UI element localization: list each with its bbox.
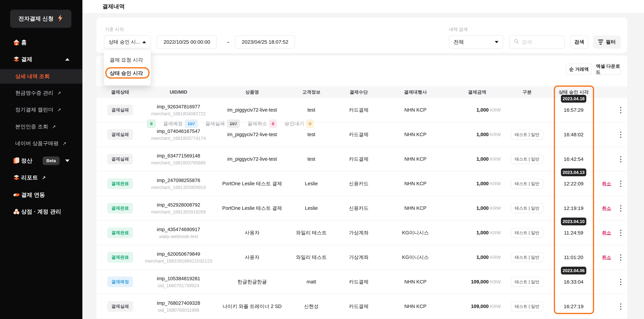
status-badge: 결제완료 xyxy=(107,252,133,263)
sidebar-item-label: 본인인증 조회 ↗ xyxy=(15,123,56,130)
sidebar-item-8[interactable]: 리포트 ↗ xyxy=(0,169,82,186)
product-name: im_piggyciv72-live-test xyxy=(216,107,288,113)
sidebar-item-3[interactable]: 현금영수증 관리 ↗ xyxy=(0,85,82,101)
date-group-pill: 2023.04.18 xyxy=(561,95,586,103)
mid-value: waily-webhook-text xyxy=(140,233,216,240)
link-icon xyxy=(13,191,20,198)
table-row[interactable]: 결제실패imp_634771569148merchant_16818037656… xyxy=(96,147,627,172)
approved-time: 11:01:20 xyxy=(548,254,599,260)
table-row[interactable]: 결제완료imp_435474690917waily-webhook-text사용… xyxy=(96,221,627,245)
date-to-input[interactable]: 2023/04/25 18:07:52 xyxy=(235,35,295,49)
table-row[interactable]: 결제완료imp_452928008792merchant_16813559182… xyxy=(96,196,627,221)
search-placeholder: 검색 xyxy=(522,39,532,46)
mid-value: merchant_1681803765685 xyxy=(140,160,216,166)
search-input[interactable]: 검색 xyxy=(509,35,565,49)
date-group-pill: 2023.04.06 xyxy=(561,267,586,274)
apply-epay-button[interactable]: 전자결제 신청 xyxy=(10,10,72,28)
currency-label: KRW xyxy=(490,255,501,260)
table-header: 결제상태UID/MID상품명고객정보결제수단결제대행사결제금액구분상태 승인 시… xyxy=(96,86,627,98)
time-criteria-dropdown: 결제 요청 시각상태 승인 시각 xyxy=(104,50,151,85)
mid-value: oid_1680751759924 xyxy=(140,282,216,289)
table-row[interactable]: 결제실패imp_926347816977merchant_16818040827… xyxy=(96,98,627,122)
pay-method: 가상계좌 xyxy=(335,254,382,261)
status-badge: 결제실패 xyxy=(107,154,133,164)
amount-cell: 1,000KRW xyxy=(448,107,506,113)
external-link-icon: ↗ xyxy=(62,141,66,146)
external-link-icon: ↗ xyxy=(57,107,61,112)
product-name: im_piggyciv72-live-test xyxy=(216,132,288,137)
dropdown-option-0[interactable]: 결제 요청 시각 xyxy=(110,57,143,64)
kebab-menu-icon[interactable] xyxy=(619,253,622,262)
cancel-button[interactable]: 취소 xyxy=(602,230,611,235)
sidebar-item-4[interactable]: 정기결제 캘린더 ↗ xyxy=(0,101,82,118)
date-from-input[interactable]: 2022/10/25 00:00:00 xyxy=(157,35,217,49)
type-badge: 테스트 | 일반 xyxy=(511,277,543,287)
payments-card: 9 결제예정107결제실패107결제취소0승인대기0 순 거래액 엑셀 다운로드… xyxy=(96,56,627,319)
external-link-icon: ↗ xyxy=(52,124,56,129)
uid-value: imp_435474690917 xyxy=(140,226,216,233)
filter-button[interactable]: 필터 xyxy=(593,35,621,49)
table-row[interactable]: 결제완료imp_247098255876merchant_16813559599… xyxy=(96,172,627,196)
sidebar-item-1[interactable]: 결제 xyxy=(0,51,82,68)
beta-badge: Beta xyxy=(43,156,60,165)
uid-value: imp_768027409328 xyxy=(140,299,216,307)
net-amount-label: 순 거래액 xyxy=(569,66,589,72)
customer-info: 와일리 테스트 xyxy=(288,229,335,236)
kebab-menu-icon[interactable] xyxy=(619,302,622,311)
column-header-5: 결제대행사 xyxy=(382,89,448,95)
table-row[interactable]: 결제완료imp_620050679849merchant_16810918842… xyxy=(96,245,627,270)
sidebar-item-9[interactable]: 결제 연동 xyxy=(0,186,82,203)
chevron-down-icon[interactable] xyxy=(65,160,70,162)
filter-card: 기준 시각 상태 승인 시... 2022/10/25 00:00:00 - 2… xyxy=(96,18,627,53)
title-bar: 결제내역 xyxy=(82,0,644,13)
currency-label: KRW xyxy=(490,304,501,309)
sidebar-item-6[interactable]: 네이버 상품구매평 ↗ xyxy=(0,135,82,152)
cancel-button[interactable]: 취소 xyxy=(602,181,611,186)
table-row[interactable]: 결제예정imp_105384819281oid_1680751759924한글한… xyxy=(96,270,627,294)
pg-provider: NHN KCP xyxy=(382,303,448,309)
customer-info: 신현성 xyxy=(288,303,335,310)
time-criteria-value: 상태 승인 시... xyxy=(109,39,140,45)
mid-value: merchant_1681803774174 xyxy=(140,135,216,142)
approved-time: 12:22:09 xyxy=(548,181,599,187)
status-badge: 결제완료 xyxy=(107,203,133,213)
kebab-menu-icon[interactable] xyxy=(619,278,622,286)
excel-download-button[interactable]: 엑셀 다운로드 xyxy=(596,64,621,75)
chevron-up-icon[interactable] xyxy=(65,58,70,61)
kebab-menu-icon[interactable] xyxy=(619,106,622,114)
table-body: 결제실패imp_926347816977merchant_16818040827… xyxy=(96,98,627,319)
uid-value: imp_452928008792 xyxy=(140,201,216,209)
kebab-menu-icon[interactable] xyxy=(619,180,622,188)
uid-value: imp_620050679849 xyxy=(140,250,216,258)
sidebar-item-label: 상세 내역 조회 xyxy=(15,73,50,80)
table-row[interactable]: 결제실패imp_768027409328oid_1680766011998나이키… xyxy=(96,294,627,319)
sidebar-item-5[interactable]: 본인인증 조회 ↗ xyxy=(0,118,82,135)
amount-cell: 1,000KRW xyxy=(448,181,506,186)
table-row[interactable]: 결제실패imp_074046167547merchant_16818037741… xyxy=(96,122,627,147)
chevron-down-icon xyxy=(495,41,498,43)
cancel-button[interactable]: 취소 xyxy=(602,206,611,211)
cancel-button[interactable]: 취소 xyxy=(602,255,611,260)
amount-cell: 1,000KRW xyxy=(448,230,506,235)
sidebar-item-2[interactable]: 상세 내역 조회 xyxy=(0,69,82,84)
approved-time: 11:24:59 xyxy=(548,230,599,236)
sidebar-item-7[interactable]: 정산Beta xyxy=(0,152,82,169)
chevron-up-icon xyxy=(142,41,146,43)
product-name: 사용자 xyxy=(216,229,288,236)
kebab-menu-icon[interactable] xyxy=(619,204,622,212)
kebab-menu-icon[interactable] xyxy=(619,155,622,163)
search-type-select[interactable]: 전체 xyxy=(449,35,503,49)
dropdown-option-1[interactable]: 상태 승인 시각 xyxy=(110,70,143,77)
type-badge: 테스트 | 일반 xyxy=(511,130,543,139)
product-name: im_piggyciv72-live-test xyxy=(216,156,288,162)
pg-provider: KG이니시스 xyxy=(382,254,448,261)
pay-method: 신용카드 xyxy=(335,205,382,212)
pg-provider: NHN KCP xyxy=(382,156,448,162)
sidebar-item-0[interactable]: 홈 xyxy=(0,34,82,51)
net-amount-button[interactable]: 순 거래액 xyxy=(566,64,592,75)
search-button[interactable]: 검색 xyxy=(570,35,588,49)
kebab-menu-icon[interactable] xyxy=(619,131,622,139)
time-criteria-select[interactable]: 상태 승인 시... xyxy=(104,35,151,49)
kebab-menu-icon[interactable] xyxy=(619,229,622,237)
sidebar-item-10[interactable]: 상점 · 계정 관리 xyxy=(0,203,82,220)
